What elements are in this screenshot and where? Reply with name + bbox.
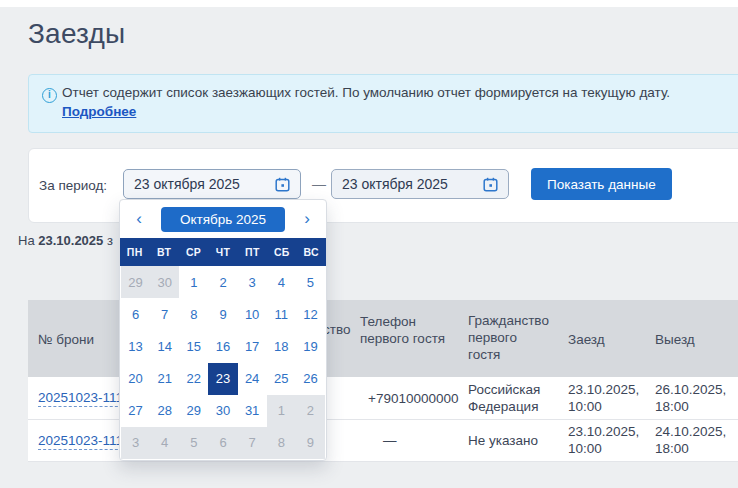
booking-link[interactable]: 20251023-111	[38, 432, 123, 450]
calendar-day[interactable]: 8	[267, 427, 296, 459]
calendar-day[interactable]: 7	[150, 298, 179, 330]
page-title: Заезды	[28, 18, 125, 50]
calendar-day[interactable]: 2	[296, 395, 325, 427]
calendar-next-icon[interactable]: ›	[296, 207, 318, 231]
col-hidden-fragment: ство	[323, 321, 350, 338]
calendar-day[interactable]: 28	[150, 395, 179, 427]
date-picker-popup: ‹ Октябрь 2025 › ПНВТСРЧТПТСБВС 29301234…	[119, 199, 327, 461]
calendar-day[interactable]: 2	[208, 266, 237, 298]
calendar-weekday: ПН	[120, 246, 149, 258]
period-label: За период:	[39, 178, 107, 193]
col-checkout: Выезд	[655, 331, 695, 348]
report-date: 23.10.2025	[38, 233, 103, 248]
more-details-link[interactable]: Подробнее	[62, 104, 136, 119]
calendar-day[interactable]: 17	[238, 330, 267, 362]
calendar-day[interactable]: 5	[296, 266, 325, 298]
info-banner: i Отчет содержит список заезжающих госте…	[28, 74, 738, 133]
calendar-day[interactable]: 1	[179, 266, 208, 298]
calendar-day[interactable]: 24	[238, 363, 267, 395]
calendar-day[interactable]: 22	[179, 363, 208, 395]
phone-cell: +79010000000	[368, 390, 458, 407]
calendar-day[interactable]: 4	[267, 266, 296, 298]
checkin-cell: 23.10.2025, 10:00	[568, 423, 639, 457]
calendar-day[interactable]: 12	[296, 298, 325, 330]
calendar-day[interactable]: 27	[121, 395, 150, 427]
top-white-strip	[0, 0, 738, 7]
calendar-day[interactable]: 18	[267, 330, 296, 362]
calendar-day[interactable]: 29	[179, 395, 208, 427]
calendar-day[interactable]: 9	[208, 298, 237, 330]
calendar-weekday: СР	[179, 246, 208, 258]
calendar-day[interactable]: 3	[238, 266, 267, 298]
calendar-day[interactable]: 7	[238, 427, 267, 459]
calendar-weekday: ЧТ	[208, 246, 237, 258]
calendar-day[interactable]: 29	[121, 266, 150, 298]
date-to-input[interactable]: 23 октября 2025	[331, 169, 509, 199]
calendar-month-button[interactable]: Октябрь 2025	[161, 207, 285, 232]
calendar-day[interactable]: 9	[296, 427, 325, 459]
checkout-cell: 24.10.2025, 18:00	[655, 423, 726, 457]
calendar-day[interactable]: 13	[121, 330, 150, 362]
calendar-day[interactable]: 15	[179, 330, 208, 362]
calendar-day[interactable]: 10	[238, 298, 267, 330]
calendar-day-grid: 2930123456789101112131415161718192021222…	[120, 266, 326, 460]
calendar-weekday-header: ПНВТСРЧТПТСБВС	[120, 238, 326, 266]
calendar-day[interactable]: 3	[121, 427, 150, 459]
calendar-day[interactable]: 19	[296, 330, 325, 362]
calendar-day[interactable]: 8	[179, 298, 208, 330]
date-range-dash: —	[312, 176, 326, 192]
calendar-day[interactable]: 6	[208, 427, 237, 459]
show-data-button[interactable]: Показать данные	[531, 168, 672, 200]
col-phone: Телефон первого гостя	[360, 313, 445, 347]
checkin-cell: 23.10.2025, 10:00	[568, 381, 639, 415]
calendar-nav: ‹ Октябрь 2025 ›	[120, 200, 326, 238]
calendar-day[interactable]: 31	[238, 395, 267, 427]
calendar-day[interactable]: 21	[150, 363, 179, 395]
calendar-weekday: ВС	[297, 246, 326, 258]
calendar-day[interactable]: 5	[179, 427, 208, 459]
info-banner-text: Отчет содержит список заезжающих гостей.…	[62, 84, 722, 102]
calendar-day-selected[interactable]: 23	[208, 363, 237, 395]
calendar-day[interactable]: 16	[208, 330, 237, 362]
calendar-day[interactable]: 30	[150, 266, 179, 298]
calendar-day[interactable]: 30	[208, 395, 237, 427]
phone-cell: —	[383, 432, 397, 449]
col-checkin: Заезд	[568, 331, 605, 348]
citizenship-cell: Не указано	[468, 432, 538, 449]
calendar-day[interactable]: 6	[121, 298, 150, 330]
calendar-weekday: СБ	[267, 246, 296, 258]
booking-link[interactable]: 20251023-111	[38, 389, 123, 407]
calendar-day[interactable]: 26	[296, 363, 325, 395]
calendar-day[interactable]: 11	[267, 298, 296, 330]
calendar-weekday: ВТ	[149, 246, 178, 258]
report-date-note: На 23.10.2025 з	[18, 233, 113, 248]
calendar-day[interactable]: 1	[267, 395, 296, 427]
checkout-cell: 26.10.2025, 18:00	[655, 381, 726, 415]
date-from-value: 23 октября 2025	[134, 176, 275, 192]
citizenship-cell: Российская Федерация	[468, 381, 540, 415]
calendar-weekday: ПТ	[238, 246, 267, 258]
col-citizenship: Гражданство первого гостя	[468, 312, 549, 363]
info-icon: i	[42, 88, 57, 103]
calendar-day[interactable]: 20	[121, 363, 150, 395]
calendar-icon	[275, 177, 290, 192]
calendar-day[interactable]: 4	[150, 427, 179, 459]
calendar-day[interactable]: 14	[150, 330, 179, 362]
col-booking: № брони	[38, 331, 94, 348]
date-from-input[interactable]: 23 октября 2025	[123, 169, 301, 199]
calendar-prev-icon[interactable]: ‹	[128, 207, 150, 231]
date-to-value: 23 октября 2025	[342, 176, 483, 192]
calendar-day[interactable]: 25	[267, 363, 296, 395]
calendar-icon	[483, 177, 498, 192]
